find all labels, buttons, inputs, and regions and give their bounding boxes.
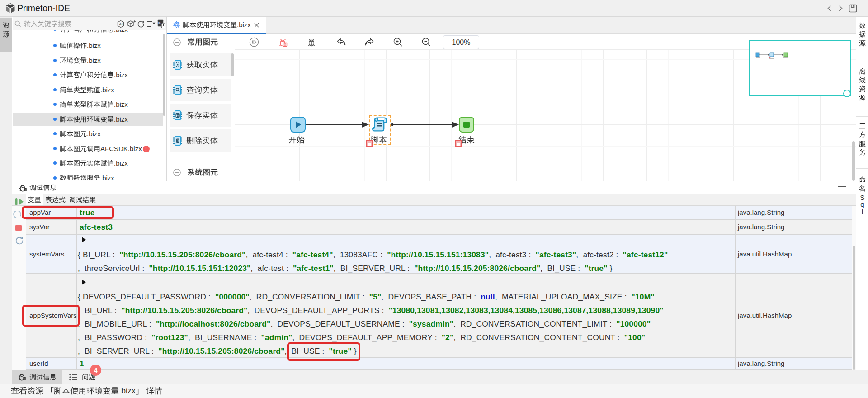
svg-text:AI: AI bbox=[119, 22, 122, 26]
